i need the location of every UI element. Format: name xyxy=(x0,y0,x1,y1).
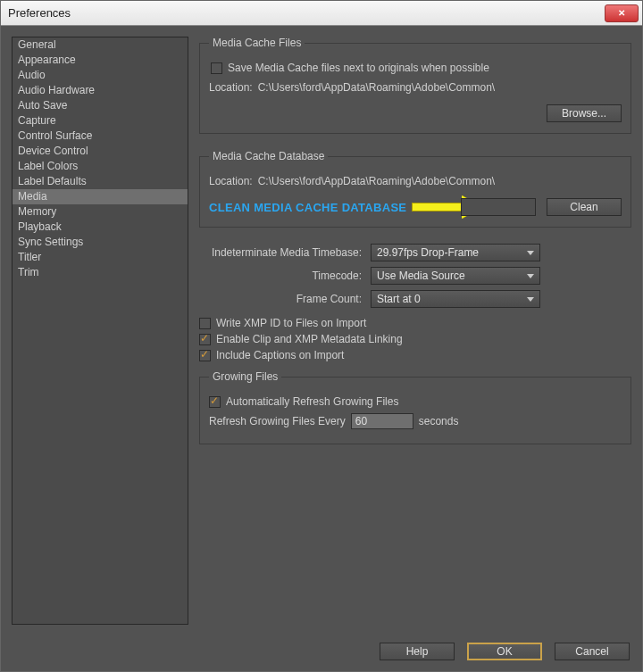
include-captions-checkbox[interactable] xyxy=(199,350,211,361)
window-title: Preferences xyxy=(8,6,71,20)
client-area: GeneralAppearanceAudioAudio HardwareAuto… xyxy=(1,26,642,671)
sidebar-item-titler[interactable]: Titler xyxy=(13,250,188,265)
sidebar-item-memory[interactable]: Memory xyxy=(13,204,188,220)
timecode-value: Use Media Source xyxy=(377,270,465,282)
timebase-value: 29.97fps Drop-Frame xyxy=(377,246,479,259)
sidebar-item-audio-hardware[interactable]: Audio Hardware xyxy=(13,83,188,98)
sidebar-item-playback[interactable]: Playback xyxy=(13,220,188,235)
annotation-overlay: CLEAN MEDIA CACHE DATABASE xyxy=(209,197,483,217)
media-cache-db-group: Media Cache Database Location: C:\Users\… xyxy=(199,150,631,228)
sidebar-item-control-surface[interactable]: Control Surface xyxy=(13,129,188,144)
close-button[interactable]: ✕ xyxy=(605,4,639,22)
framecount-label: Frame Count: xyxy=(199,293,362,305)
timecode-dropdown[interactable]: Use Media Source xyxy=(371,267,540,285)
sidebar-item-media[interactable]: Media xyxy=(13,189,188,204)
media-cache-files-group: Media Cache Files Save Media Cache files… xyxy=(199,37,631,134)
auto-refresh-label: Automatically Refresh Growing Files xyxy=(226,395,398,408)
enable-linking-checkbox[interactable] xyxy=(199,334,211,345)
mcf-location-label: Location: xyxy=(209,81,253,94)
close-icon: ✕ xyxy=(618,8,625,18)
refresh-interval-input[interactable] xyxy=(351,413,413,429)
sidebar-item-device-control[interactable]: Device Control xyxy=(13,144,188,159)
include-captions-label: Include Captions on Import xyxy=(216,349,344,361)
help-button[interactable]: Help xyxy=(380,643,455,660)
mcf-location-value: C:\Users\ford\AppData\Roaming\Adobe\Comm… xyxy=(258,81,495,94)
sidebar-item-audio[interactable]: Audio xyxy=(13,68,188,83)
annotation-text: CLEAN MEDIA CACHE DATABASE xyxy=(209,201,406,214)
sidebar-item-auto-save[interactable]: Auto Save xyxy=(13,98,188,113)
dialog-footer: Help OK Cancel xyxy=(380,643,630,660)
cancel-button[interactable]: Cancel xyxy=(555,643,630,660)
sidebar-item-label-colors[interactable]: Label Colors xyxy=(13,159,188,174)
content-pane: Media Cache Files Save Media Cache files… xyxy=(199,37,631,625)
auto-refresh-checkbox[interactable] xyxy=(209,396,221,408)
sidebar-item-capture[interactable]: Capture xyxy=(13,113,188,129)
save-next-checkbox[interactable] xyxy=(211,62,222,74)
category-sidebar: GeneralAppearanceAudioAudio HardwareAuto… xyxy=(12,37,188,625)
timecode-label: Timecode: xyxy=(199,270,362,282)
write-xmp-label: Write XMP ID to Files on Import xyxy=(216,317,366,329)
framecount-dropdown[interactable]: Start at 0 xyxy=(371,290,540,308)
save-next-label: Save Media Cache files next to originals… xyxy=(228,62,489,74)
ok-button[interactable]: OK xyxy=(467,643,542,660)
mcd-browse-button[interactable] xyxy=(461,198,536,216)
sidebar-item-general[interactable]: General xyxy=(13,37,188,53)
mcd-location-label: Location: xyxy=(209,175,253,187)
write-xmp-checkbox[interactable] xyxy=(199,318,211,329)
chevron-down-icon xyxy=(527,251,534,255)
mcf-browse-button[interactable]: Browse... xyxy=(547,104,622,122)
refresh-suffix: seconds xyxy=(419,415,459,427)
sidebar-item-trim[interactable]: Trim xyxy=(13,265,188,280)
sidebar-item-label-defaults[interactable]: Label Defaults xyxy=(13,174,188,189)
chevron-down-icon xyxy=(527,297,534,302)
media-cache-db-legend: Media Cache Database xyxy=(209,150,328,162)
clean-button[interactable]: Clean xyxy=(547,198,622,216)
growing-files-legend: Growing Files xyxy=(209,370,281,383)
titlebar: Preferences ✕ xyxy=(1,1,642,26)
sidebar-item-appearance[interactable]: Appearance xyxy=(13,53,188,68)
growing-files-group: Growing Files Automatically Refresh Grow… xyxy=(199,370,631,444)
refresh-prefix: Refresh Growing Files Every xyxy=(209,415,346,427)
enable-linking-label: Enable Clip and XMP Metadata Linking xyxy=(216,333,403,345)
mcd-location-value: C:\Users\ford\AppData\Roaming\Adobe\Comm… xyxy=(258,175,495,187)
preferences-window: Preferences ✕ GeneralAppearanceAudioAudi… xyxy=(0,0,643,672)
timebase-dropdown[interactable]: 29.97fps Drop-Frame xyxy=(371,244,540,261)
chevron-down-icon xyxy=(527,274,534,278)
timebase-label: Indeterminate Media Timebase: xyxy=(199,246,362,259)
sidebar-item-sync-settings[interactable]: Sync Settings xyxy=(13,235,188,250)
framecount-value: Start at 0 xyxy=(377,293,421,305)
media-cache-files-legend: Media Cache Files xyxy=(209,37,305,49)
